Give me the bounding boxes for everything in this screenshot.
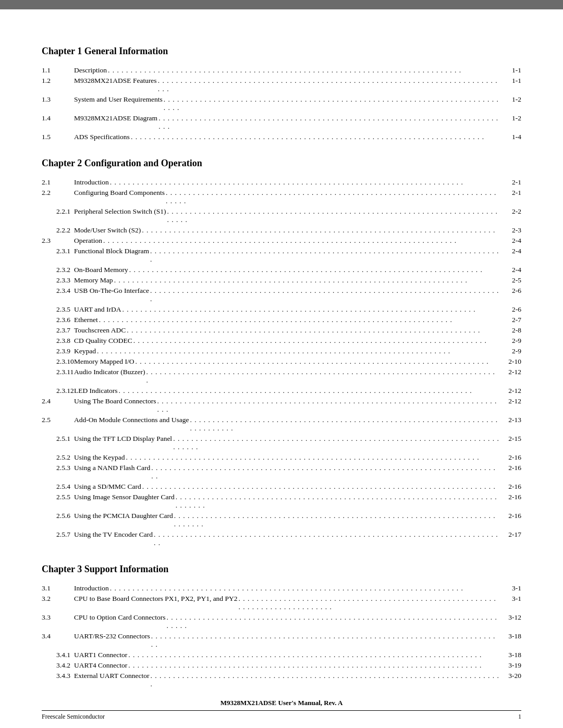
chapter-ch2: Chapter 2 Configuration and Operation2.1…	[42, 158, 521, 548]
toc-entry: 2.3.7Touchscreen ADC . . . . . . . . . .…	[42, 325, 521, 336]
toc-entry-dots: . . . . . . . . . . . . . . . . . . . . …	[113, 276, 500, 285]
toc-entry-page: 2-6	[500, 287, 521, 295]
toc-entry: 2.3.12LED Indicators . . . . . . . . . .…	[42, 386, 521, 396]
toc-entry-page: 2-2	[500, 207, 521, 216]
toc-entry-title: USB On-The-Go Interface	[74, 287, 149, 295]
toc-entry-page: 2-12	[500, 368, 521, 376]
toc-entry-num: 1.3	[42, 95, 74, 104]
toc-entry-title: Touchscreen ADC	[74, 326, 126, 335]
toc-entry: 2.3.11Audio Indicator (Buzzer) . . . . .…	[42, 367, 521, 386]
toc-entry-dots: . . . . . . . . . . . . . . . . . . . . …	[127, 651, 500, 659]
page-content: Chapter 1 General Information1.1Descript…	[0, 9, 563, 728]
toc-entry-page: 2-10	[500, 357, 521, 366]
toc-entry-num: 2.5.3	[42, 464, 74, 472]
toc-entry-dots: . . . . . . . . . . . . . . . . . . . . …	[109, 584, 500, 593]
toc-entry-page: 2-17	[500, 530, 521, 539]
toc-entry: 2.5.1Using the TFT LCD Display Panel . .…	[42, 434, 521, 452]
toc-entry-page: 1-1	[500, 77, 521, 85]
toc-entry: 2.3.5UART and IrDA . . . . . . . . . . .…	[42, 304, 521, 315]
toc-entry-num: 2.3.12	[42, 387, 74, 395]
toc-entry-page: 2-3	[500, 226, 521, 235]
toc-entry-num: 1.5	[42, 133, 74, 141]
toc-entry-title: Audio Indicator (Buzzer)	[74, 368, 145, 376]
toc-entry-num: 2.2.1	[42, 207, 74, 216]
toc-entry: 2.3.1Functional Block Diagram . . . . . …	[42, 246, 521, 265]
toc-entry: 3.1Introduction . . . . . . . . . . . . …	[42, 583, 521, 594]
toc-entry-dots: . . . . . . . . . . . . . . . . . . . . …	[128, 266, 500, 274]
chapter-ch3: Chapter 3 Support Information3.1Introduc…	[42, 564, 521, 689]
toc-entry-page: 2-16	[500, 453, 521, 462]
toc-entry: 3.4.1UART1 Connector . . . . . . . . . .…	[42, 650, 521, 660]
toc-entry-page: 1-1	[500, 66, 521, 75]
toc-entry-num: 2.3.7	[42, 326, 74, 335]
toc-entry-dots: . . . . . . . . . . . . . . . . . . . . …	[189, 416, 500, 433]
toc-entry-num: 2.3.4	[42, 287, 74, 295]
toc-entry-title: Peripheral Selection Switch (S1)	[74, 207, 166, 216]
toc-entry: 1.2M9328MX21ADSE Features . . . . . . . …	[42, 76, 521, 94]
toc-entry-dots: . . . . . . . . . . . . . . . . . . . . …	[157, 77, 500, 93]
toc-entry-dots: . . . . . . . . . . . . . . . . . . . . …	[153, 530, 500, 547]
toc-entry: 3.3CPU to Option Card Connectors . . . .…	[42, 612, 521, 631]
top-bar	[0, 0, 563, 9]
toc-entry-page: 2-8	[500, 326, 521, 335]
toc-entry-dots: . . . . . . . . . . . . . . . . . . . . …	[127, 661, 500, 670]
toc-entry-title: Introduction	[74, 584, 109, 593]
toc-entry-page: 1-2	[500, 114, 521, 122]
toc-entry-page: 2-15	[500, 435, 521, 443]
toc-entry-num: 1.1	[42, 66, 74, 75]
toc-entry-page: 2-4	[500, 237, 521, 245]
toc-entry-num: 3.1	[42, 584, 74, 593]
toc-entry-title: M9328MX21ADSE Features	[74, 77, 157, 85]
toc-entry-num: 2.3.11	[42, 368, 74, 376]
toc-entry-page: 2-1	[500, 178, 521, 187]
toc-entry-title: CPU to Option Card Connectors	[74, 613, 166, 622]
footer-left: Freescale Semiconductor	[42, 713, 105, 721]
toc-entry-page: 2-7	[500, 316, 521, 324]
toc-entry-page: 2-16	[500, 512, 521, 520]
toc-entry-page: 3-18	[500, 632, 521, 640]
toc-entry: 2.2Configuring Board Components . . . . …	[42, 188, 521, 206]
toc-entry-title: Description	[74, 66, 107, 75]
toc-entry-num: 2.3.6	[42, 316, 74, 324]
toc-entry-page: 3-18	[500, 651, 521, 659]
toc-entry-page: 2-1	[500, 189, 521, 197]
toc-entry: 1.5ADS Specifications . . . . . . . . . …	[42, 132, 521, 142]
toc-entry-page: 3-12	[500, 613, 521, 622]
toc-entry: 2.1Introduction . . . . . . . . . . . . …	[42, 177, 521, 188]
toc-entry-title: On-Board Memory	[74, 266, 128, 274]
toc-entry-num: 3.4	[42, 632, 74, 640]
toc-entry-title: External UART Connector	[74, 672, 149, 680]
toc-entry-page: 1-2	[500, 95, 521, 104]
toc-entry-title: Using the TFT LCD Display Panel	[74, 435, 172, 443]
toc-entry-num: 2.3.2	[42, 266, 74, 274]
toc-entry-page: 2-13	[500, 416, 521, 424]
toc-entry-num: 3.4.3	[42, 672, 74, 680]
toc-entry-dots: . . . . . . . . . . . . . . . . . . . . …	[150, 632, 500, 649]
toc-entry: 2.3.9Keypad . . . . . . . . . . . . . . …	[42, 346, 521, 356]
toc-entry-num: 2.5.6	[42, 512, 74, 520]
chapter-heading-ch3: Chapter 3 Support Information	[42, 564, 521, 575]
toc-entry-title: Ethernet	[74, 316, 98, 324]
toc-entry: 1.4M9328MX21ADSE Diagram . . . . . . . .…	[42, 113, 521, 132]
toc-entry: 1.3System and User Requirements . . . . …	[42, 94, 521, 113]
toc-entry: 2.3.4USB On-The-Go Interface . . . . . .…	[42, 286, 521, 304]
toc-entry: 3.4.2UART4 Connector . . . . . . . . . .…	[42, 660, 521, 671]
toc-entry-page: 2-4	[500, 247, 521, 255]
toc-entry-title: Introduction	[74, 178, 109, 187]
toc-entry-dots: . . . . . . . . . . . . . . . . . . . . …	[96, 347, 500, 355]
toc-entry: 2.3.3Memory Map . . . . . . . . . . . . …	[42, 275, 521, 286]
toc-entry-page: 2-4	[500, 266, 521, 274]
toc-entry-dots: . . . . . . . . . . . . . . . . . . . . …	[107, 66, 500, 75]
toc-entry-num: 2.1	[42, 178, 74, 187]
toc-entry-dots: . . . . . . . . . . . . . . . . . . . . …	[134, 357, 500, 366]
toc-entry-dots: . . . . . . . . . . . . . . . . . . . . …	[126, 326, 500, 335]
chapter-heading-ch2: Chapter 2 Configuration and Operation	[42, 158, 521, 169]
toc-entry: 2.5.5Using Image Sensor Daughter Card . …	[42, 492, 521, 511]
toc-entry-title: Using a SD/MMC Card	[74, 483, 141, 491]
toc-entry-dots: . . . . . . . . . . . . . . . . . . . . …	[109, 178, 500, 187]
toc-entry-page: 2-9	[500, 337, 521, 345]
toc-entry: 2.2.2Mode/User Switch (S2) . . . . . . .…	[42, 225, 521, 236]
toc-entry-title: ADS Specifications	[74, 133, 130, 141]
toc-entry-dots: . . . . . . . . . . . . . . . . . . . . …	[149, 672, 500, 688]
toc-entry-num: 2.5.2	[42, 453, 74, 462]
